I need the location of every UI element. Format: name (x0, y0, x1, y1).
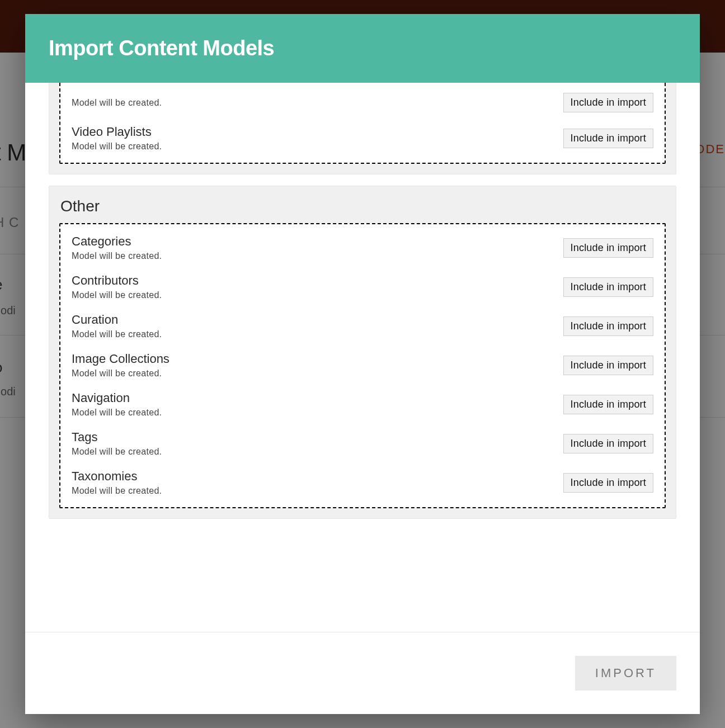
include-in-import-button[interactable]: Include in import (563, 395, 653, 414)
modal-body[interactable]: Model will be created.Include in importV… (25, 83, 700, 632)
model-row: TaxonomiesModel will be created.Include … (72, 464, 653, 503)
model-row: Video PlaylistsModel will be created.Inc… (72, 119, 653, 158)
model-row-info: Model will be created. (72, 98, 162, 108)
model-row-info: NavigationModel will be created. (72, 391, 162, 418)
include-in-import-button[interactable]: Include in import (563, 129, 653, 148)
model-status: Model will be created. (72, 408, 162, 418)
modal-footer: IMPORT (25, 632, 700, 714)
include-in-import-button[interactable]: Include in import (563, 434, 653, 453)
model-status: Model will be created. (72, 98, 162, 108)
model-row: NavigationModel will be created.Include … (72, 385, 653, 424)
model-row: CurationModel will be created.Include in… (72, 307, 653, 346)
model-row-info: CategoriesModel will be created. (72, 234, 162, 261)
group-items-container: Model will be created.Include in importV… (59, 83, 666, 164)
model-name: Taxonomies (72, 469, 162, 484)
model-status: Model will be created. (72, 329, 162, 339)
model-group: Model will be created.Include in importV… (49, 83, 676, 174)
model-status: Model will be created. (72, 486, 162, 496)
model-name: Contributors (72, 273, 162, 288)
modal-title: Import Content Models (49, 36, 676, 60)
include-in-import-button[interactable]: Include in import (563, 93, 653, 112)
include-in-import-button[interactable]: Include in import (563, 277, 653, 297)
model-row-info: ContributorsModel will be created. (72, 273, 162, 300)
model-name: Video Playlists (72, 125, 162, 139)
model-row-info: TagsModel will be created. (72, 430, 162, 457)
include-in-import-button[interactable]: Include in import (563, 473, 653, 493)
model-status: Model will be created. (72, 368, 170, 379)
include-in-import-button[interactable]: Include in import (563, 316, 653, 336)
group-items-container: CategoriesModel will be created.Include … (59, 223, 666, 508)
model-row: CategoriesModel will be created.Include … (72, 229, 653, 268)
model-row-info: CurationModel will be created. (72, 313, 162, 339)
model-row-info: Video PlaylistsModel will be created. (72, 125, 162, 152)
model-row-info: TaxonomiesModel will be created. (72, 469, 162, 496)
model-name: Image Collections (72, 352, 170, 366)
model-name: Tags (72, 430, 162, 445)
model-row: ContributorsModel will be created.Includ… (72, 268, 653, 307)
group-title: Other (59, 197, 666, 215)
import-button[interactable]: IMPORT (575, 656, 676, 691)
model-status: Model will be created. (72, 290, 162, 300)
model-row-info: Image CollectionsModel will be created. (72, 352, 170, 379)
model-name: Navigation (72, 391, 162, 405)
model-row: Model will be created.Include in import (72, 87, 653, 119)
model-name: Curation (72, 313, 162, 327)
model-status: Model will be created. (72, 447, 162, 457)
import-content-models-modal: Import Content Models Model will be crea… (25, 14, 700, 714)
model-status: Model will be created. (72, 141, 162, 152)
modal-header: Import Content Models (25, 14, 700, 83)
model-group: OtherCategoriesModel will be created.Inc… (49, 186, 676, 519)
model-name: Categories (72, 234, 162, 249)
model-row: Image CollectionsModel will be created.I… (72, 346, 653, 385)
include-in-import-button[interactable]: Include in import (563, 238, 653, 258)
model-row: TagsModel will be created.Include in imp… (72, 424, 653, 464)
model-status: Model will be created. (72, 251, 162, 261)
include-in-import-button[interactable]: Include in import (563, 356, 653, 375)
